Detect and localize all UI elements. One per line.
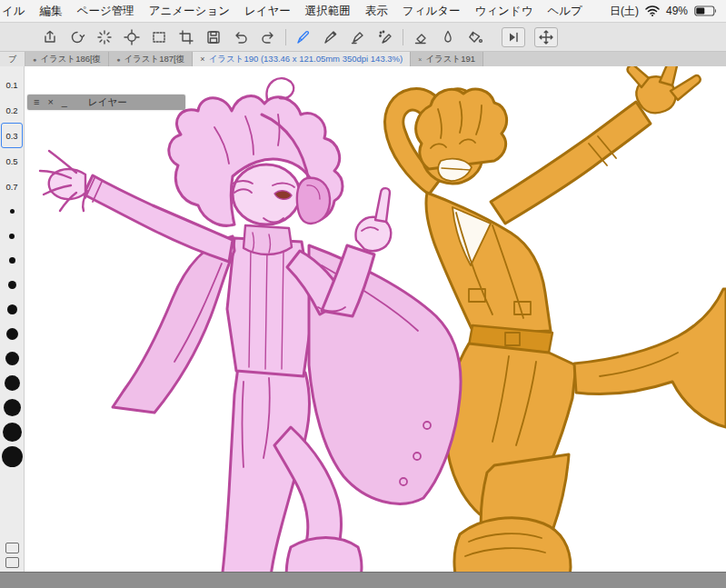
brush-dot-icon <box>4 399 21 416</box>
status-cluster: 日(土) 49% <box>610 4 717 19</box>
palette-header[interactable]: ブ <box>0 52 25 66</box>
move-tool-button[interactable] <box>534 27 558 47</box>
crop-tool-button[interactable] <box>173 25 200 49</box>
battery-percent: 49% <box>666 5 688 17</box>
select-frame-button[interactable] <box>145 25 173 49</box>
airbrush-tool-button[interactable] <box>372 25 399 49</box>
brush-size-option-selected[interactable]: 0.3 <box>1 123 23 148</box>
brush-size-dot-option[interactable] <box>1 420 23 444</box>
close-tab-icon[interactable]: × <box>200 55 204 64</box>
toolbar <box>0 23 726 52</box>
panel-close-icon[interactable]: × <box>47 97 53 107</box>
battery-icon <box>694 5 717 16</box>
pen-tool-button[interactable] <box>290 25 317 49</box>
rotate-reset-button[interactable] <box>64 25 91 49</box>
brush-size-dot-option[interactable] <box>1 297 23 322</box>
menu-view[interactable]: 表示 <box>365 4 388 19</box>
brush-size-option[interactable]: 0.2 <box>1 97 23 123</box>
unsaved-dot-icon: ● <box>33 56 36 63</box>
fill-tool-button[interactable] <box>462 25 489 49</box>
brush-size-dot-option[interactable] <box>1 199 23 224</box>
redo-button[interactable] <box>254 25 282 49</box>
canvas-artwork[interactable] <box>25 66 726 572</box>
skip-frame-button[interactable] <box>502 27 525 47</box>
device-icon[interactable] <box>5 543 19 553</box>
transform-tool-button[interactable] <box>118 25 145 49</box>
toolbar-divider <box>285 29 286 45</box>
brush-size-dot-option[interactable] <box>1 444 23 469</box>
brush-size-dot-option[interactable] <box>1 248 23 273</box>
menu-window[interactable]: ウィンドウ <box>475 4 533 19</box>
status-date: 日(土) <box>610 4 639 19</box>
brush-dot-icon <box>3 423 22 442</box>
brush-dot-icon <box>10 209 15 214</box>
brush-dot-icon <box>9 234 15 239</box>
tab-illust-186[interactable]: ● イラスト186[復 <box>25 52 109 66</box>
app-bottom-strip <box>0 572 726 588</box>
menu-file[interactable]: イル <box>2 4 25 19</box>
menu-layer[interactable]: レイヤー <box>244 4 291 19</box>
brush-size-dot-option[interactable] <box>1 371 23 395</box>
tab-label: イラスト190 (133.46 x 121.05mm 350dpi 143.3%… <box>209 54 403 65</box>
marker-tool-button[interactable] <box>344 25 372 49</box>
brush-dot-icon <box>2 446 23 467</box>
brush-dot-icon <box>7 304 17 314</box>
close-tab-icon[interactable]: × <box>418 56 422 63</box>
settings-icon[interactable] <box>5 557 19 568</box>
document-tab-bar: ブ ● イラスト186[復 ● イラスト187[復 × イラスト190 (133… <box>0 52 726 66</box>
menu-animation[interactable]: アニメーション <box>149 4 230 19</box>
tab-label: イラスト187[復 <box>124 54 184 65</box>
export-button[interactable] <box>36 25 64 49</box>
brush-size-option[interactable]: 0.5 <box>1 148 23 174</box>
brush-dot-icon <box>9 257 15 264</box>
menu-bar: イル 編集 ページ管理 アニメーション レイヤー 選択範囲 表示 フィルター ウ… <box>0 0 726 23</box>
menu-edit[interactable]: 編集 <box>40 4 63 19</box>
tab-illust-190-active[interactable]: × イラスト190 (133.46 x 121.05mm 350dpi 143.… <box>193 52 411 66</box>
blend-tool-button[interactable] <box>434 25 462 49</box>
panel-minimize-icon[interactable]: _ <box>62 97 67 107</box>
drawing-canvas[interactable]: ≡ × _ レイヤー <box>25 66 726 572</box>
undo-button[interactable] <box>227 25 254 49</box>
menu-filter[interactable]: フィルター <box>403 4 461 19</box>
brush-size-option[interactable]: 0.1 <box>1 72 23 97</box>
brush-size-dot-option[interactable] <box>1 346 23 371</box>
sync-icon[interactable] <box>91 25 118 49</box>
toolbar-divider <box>403 29 403 45</box>
menu-page-manage[interactable]: ページ管理 <box>77 4 134 19</box>
wifi-icon <box>645 5 660 16</box>
brush-size-dot-option[interactable] <box>1 224 23 248</box>
brush-size-dot-option[interactable] <box>1 395 23 420</box>
brush-size-dot-option[interactable] <box>1 273 23 297</box>
menu-selection[interactable]: 選択範囲 <box>305 4 351 19</box>
tab-illust-187[interactable]: ● イラスト187[復 <box>109 52 193 66</box>
layer-panel-titlebar[interactable]: ≡ × _ レイヤー <box>27 95 185 110</box>
tab-label: イラスト191 <box>425 54 475 65</box>
brush-dot-icon <box>6 328 18 340</box>
brush-dot-icon <box>8 281 16 289</box>
layer-panel-title: レイヤー <box>88 96 127 109</box>
eraser-tool-button[interactable] <box>407 25 434 49</box>
unsaved-dot-icon: ● <box>116 56 120 63</box>
save-button[interactable] <box>200 25 227 49</box>
brush-size-palette: 0.1 0.2 0.3 0.5 0.7 <box>0 66 25 572</box>
tab-illust-191[interactable]: × イラスト191 <box>411 52 483 66</box>
menu-help[interactable]: ヘルプ <box>547 4 582 19</box>
brush-size-dot-option[interactable] <box>1 322 23 346</box>
pencil-tool-button[interactable] <box>317 25 344 49</box>
brush-size-option[interactable]: 0.7 <box>1 174 23 199</box>
brush-dot-icon <box>5 352 19 365</box>
tab-label: イラスト186[復 <box>40 54 101 65</box>
brush-dot-icon <box>5 375 20 391</box>
palette-footer <box>5 543 19 568</box>
panel-menu-icon[interactable]: ≡ <box>34 97 39 107</box>
